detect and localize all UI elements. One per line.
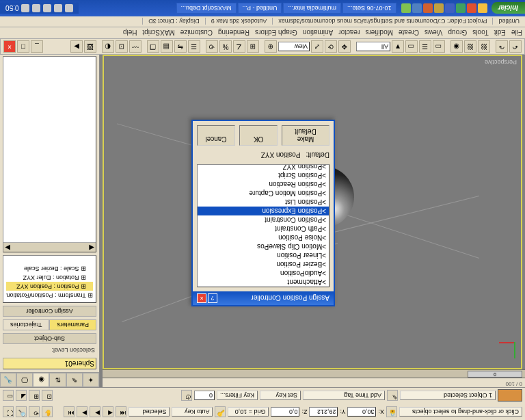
tray-icon[interactable] <box>32 4 40 12</box>
filter-icon[interactable]: ▼ <box>392 40 404 53</box>
material-icon[interactable]: ◐ <box>102 40 114 53</box>
tab-hierarchy-icon[interactable]: ⇅ <box>49 373 66 387</box>
undo-icon[interactable]: ↶ <box>509 40 522 53</box>
tab-utilities-icon[interactable]: 🔧 <box>0 373 16 387</box>
tree-item[interactable]: ⊞ Rotation : Euler XYZ <box>6 273 93 282</box>
ql-icon[interactable] <box>412 3 422 13</box>
list-item[interactable]: >Position Reaction <box>198 180 329 189</box>
menu-help[interactable]: Help <box>123 29 137 37</box>
color-swatch[interactable] <box>498 389 522 402</box>
list-item[interactable]: >Position Motion Capture <box>198 189 329 198</box>
tray-icon[interactable] <box>54 4 62 12</box>
make-default-button[interactable]: Make Default <box>282 125 329 146</box>
controller-tree[interactable]: ⊞ Transform : Position/Rotation/...⊞ Pos… <box>3 255 96 303</box>
menu-group[interactable]: Group <box>448 29 467 37</box>
curve-editor-icon[interactable]: 〰 <box>129 40 142 53</box>
scroll-right-icon[interactable]: ▶ <box>5 243 10 252</box>
zoom-ext-all-icon[interactable]: ⊞ <box>29 390 40 401</box>
tray-icon[interactable] <box>65 4 73 12</box>
bind-icon[interactable]: ◉ <box>450 40 463 53</box>
close-icon[interactable]: × <box>3 40 16 53</box>
list-item[interactable]: >Position XYZ <box>198 164 329 171</box>
rotate-icon[interactable]: ⟳ <box>325 40 337 53</box>
menu-create[interactable]: Create <box>399 29 419 37</box>
layers-icon[interactable]: ❐ <box>147 40 159 53</box>
taskbar-item[interactable]: Untitled - P... <box>238 3 282 14</box>
pivot-icon[interactable]: ⊕ <box>265 40 277 53</box>
fov-icon[interactable]: ◢ <box>16 390 27 401</box>
play-icon[interactable]: ▶ <box>90 406 100 417</box>
prev-frame-icon[interactable]: ◀ <box>103 406 113 417</box>
pan-icon[interactable]: ✋ <box>42 406 53 417</box>
tab-modify-icon[interactable]: ✎ <box>66 373 83 387</box>
list-item[interactable]: >Position Constraint <box>198 215 329 224</box>
timetag[interactable]: Add Time Tag <box>303 391 385 400</box>
track-bar[interactable]: 0 <box>103 369 525 378</box>
tray-icon[interactable] <box>43 4 51 12</box>
menu-modifiers[interactable]: Modifiers <box>365 29 393 37</box>
keyfilters-button[interactable]: Key Filters... <box>217 391 258 400</box>
ok-button[interactable]: OK <box>239 125 278 146</box>
autokey-button[interactable]: Auto Key <box>172 407 213 417</box>
zoom-ext-icon[interactable]: ⊡ <box>42 390 53 401</box>
help-icon[interactable]: ? <box>208 293 217 303</box>
key-icon[interactable]: 🔑 <box>215 406 226 417</box>
menu-customize[interactable]: Customize <box>180 29 213 37</box>
object-name-field[interactable] <box>3 358 96 369</box>
ql-icon[interactable] <box>467 3 476 13</box>
tree-item[interactable]: ⊞ Position : Position XYZ <box>6 282 93 291</box>
tab-parameters[interactable]: Parameters <box>50 319 97 330</box>
list-item[interactable]: >Position Expression <box>198 207 329 215</box>
list-item[interactable]: >Noise Position <box>198 233 329 242</box>
list-item[interactable]: >Attachment <box>198 278 329 287</box>
menu-grapheditors[interactable]: Graph Editors <box>255 29 297 37</box>
ql-icon[interactable] <box>423 3 433 13</box>
current-frame[interactable] <box>194 391 215 400</box>
ql-icon[interactable] <box>478 3 487 13</box>
max-icon[interactable]: □ <box>17 40 29 53</box>
tray-icon[interactable] <box>21 4 29 12</box>
goto-end-icon[interactable]: ⏭ <box>64 406 75 417</box>
align-icon[interactable]: ▤ <box>161 40 173 53</box>
menu-rendering[interactable]: Rendering <box>218 29 250 37</box>
sel-filter[interactable]: All <box>356 42 390 51</box>
x-input[interactable] <box>347 407 376 417</box>
menu-animation[interactable]: Animation <box>303 29 333 37</box>
redo-icon[interactable]: ↷ <box>496 40 508 53</box>
taskbar-item[interactable]: MAXScript Debu... <box>176 3 237 14</box>
spinner-snap-icon[interactable]: ⟲ <box>206 40 218 53</box>
move-icon[interactable]: ✥ <box>338 40 351 53</box>
render-icon[interactable]: ▶ <box>70 40 83 53</box>
menu-edit[interactable]: Edit <box>494 29 506 37</box>
controller-list[interactable]: >Attachment>AudioPosition>Bezier Positio… <box>197 164 329 287</box>
ref-coord[interactable]: View <box>278 42 310 51</box>
named-sel-icon[interactable]: ☰ <box>188 40 200 53</box>
min-icon[interactable]: _ <box>31 40 43 53</box>
render-scene-icon[interactable]: 🖼 <box>84 40 96 53</box>
percent-snap-icon[interactable]: % <box>219 40 232 53</box>
menu-reactor[interactable]: reactor <box>338 29 360 37</box>
time-config-icon[interactable]: ⏱ <box>181 390 192 401</box>
angle-snap-icon[interactable]: ∠ <box>233 40 245 53</box>
scale-icon[interactable]: ⤢ <box>311 40 323 53</box>
unlink-icon[interactable]: ⛓ <box>464 40 476 53</box>
tab-create-icon[interactable]: ✦ <box>83 373 99 387</box>
taskbar-item[interactable]: 10-07-06 Sete... <box>342 3 396 14</box>
link-icon[interactable]: ⛓ <box>478 40 490 53</box>
tab-display-icon[interactable]: 🖵 <box>16 373 33 387</box>
subobject-button[interactable]: Sub-Object <box>3 333 96 344</box>
maximize-viewport-icon[interactable]: ⛶ <box>3 406 14 417</box>
close-icon[interactable]: × <box>197 293 206 303</box>
menu-tools[interactable]: Tools <box>472 29 488 37</box>
dialog-titlebar[interactable]: Assign Position Controller ? × <box>193 291 334 305</box>
tab-trajectories[interactable]: Trajectories <box>3 319 50 330</box>
setkey-button[interactable]: Set Key <box>260 391 301 400</box>
start-button[interactable]: Iniciar <box>492 3 525 14</box>
snap-icon[interactable]: ⊞ <box>247 40 259 53</box>
tab-motion-icon[interactable]: ◉ <box>33 373 49 387</box>
panel-scroll[interactable]: ◀ ▶ <box>3 242 96 252</box>
taskbar-item[interactable]: multimedia inter... <box>283 3 341 14</box>
menu-views[interactable]: Views <box>425 29 443 37</box>
list-item[interactable]: >Motion Clip SlavePos <box>198 242 329 251</box>
orbit-icon[interactable]: ⟲ <box>29 406 40 417</box>
